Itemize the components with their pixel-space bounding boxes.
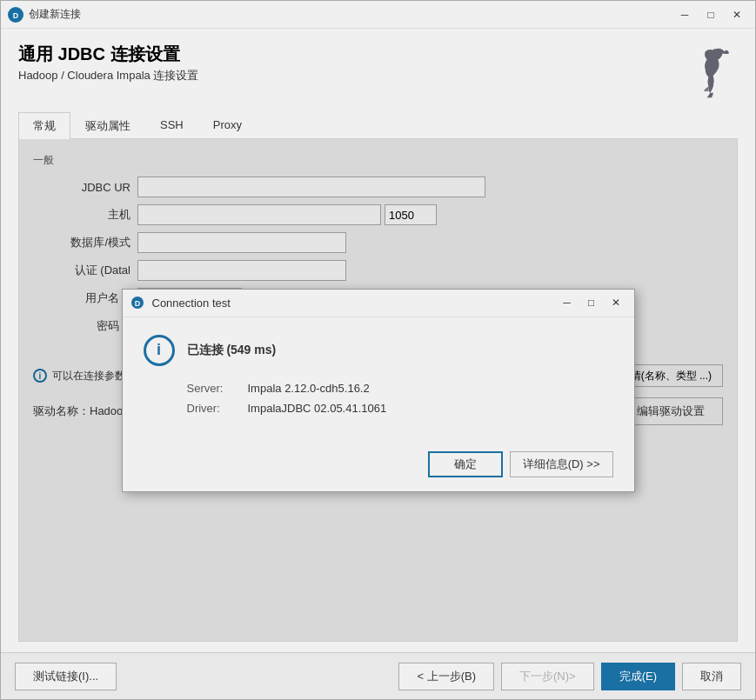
title-bar: D 创建新连接 ─ □ ✕: [1, 1, 755, 29]
status-icon: i: [144, 335, 175, 366]
dialog-content: i 已连接 (549 ms) Server: Impala 2.12.0-cdh…: [123, 317, 634, 439]
svg-text:D: D: [13, 11, 19, 20]
window-controls: ─ □ ✕: [673, 6, 748, 23]
driver-value: ImpalaJDBC 02.05.41.1061: [248, 402, 387, 415]
window-title: 创建新连接: [29, 7, 673, 22]
close-button[interactable]: ✕: [726, 6, 748, 23]
driver-info-row: Driver: ImpalaJDBC 02.05.41.1061: [144, 402, 613, 415]
tabs: 常规 驱动属性 SSH Proxy: [18, 112, 738, 139]
status-text: 已连接 (549 ms): [187, 343, 277, 358]
dbeaver-logo: [686, 43, 738, 103]
finish-button[interactable]: 完成(E): [601, 663, 675, 690]
content-area: 通用 JDBC 连接设置 Hadoop / Cloudera Impala 连接…: [1, 29, 755, 652]
main-title: 通用 JDBC 连接设置: [18, 43, 198, 66]
connection-test-dialog: D Connection test ─ □ ✕ i: [122, 289, 635, 492]
form-panel: 一般 JDBC UR 主机 数据库/模式 认证 (Datal: [18, 139, 738, 642]
server-value: Impala 2.12.0-cdh5.16.2: [248, 382, 370, 395]
dialog-maximize-button[interactable]: □: [580, 294, 603, 311]
next-button[interactable]: 下一步(N)>: [501, 663, 594, 690]
minimize-button[interactable]: ─: [673, 6, 696, 23]
test-connection-button[interactable]: 测试链接(I)...: [15, 663, 117, 690]
tab-general[interactable]: 常规: [18, 112, 70, 139]
dialog-close-button[interactable]: ✕: [605, 294, 627, 311]
back-button[interactable]: < 上一步(B): [398, 663, 494, 690]
dialog-minimize-button[interactable]: ─: [556, 294, 579, 311]
detail-button[interactable]: 详细信息(D) >>: [510, 451, 613, 477]
tab-ssh[interactable]: SSH: [145, 112, 198, 139]
main-window: D 创建新连接 ─ □ ✕ 通用 JDBC 连接设置 Hadoop / Clou…: [0, 0, 756, 700]
driver-label: Driver:: [187, 402, 248, 415]
header-left: 通用 JDBC 连接设置 Hadoop / Cloudera Impala 连接…: [18, 43, 198, 83]
svg-text:D: D: [134, 299, 140, 308]
server-label: Server:: [187, 382, 248, 395]
tab-driver-properties[interactable]: 驱动属性: [70, 112, 145, 139]
cancel-button[interactable]: 取消: [682, 663, 741, 690]
status-row: i 已连接 (549 ms): [144, 335, 613, 366]
ok-button[interactable]: 确定: [428, 451, 503, 477]
dialog-title: Connection test: [152, 297, 556, 310]
dialog-title-bar: D Connection test ─ □ ✕: [123, 290, 634, 317]
maximize-button[interactable]: □: [699, 6, 722, 23]
dialog-controls: ─ □ ✕: [556, 294, 627, 311]
modal-overlay: D Connection test ─ □ ✕ i: [19, 139, 737, 641]
sub-title: Hadoop / Cloudera Impala 连接设置: [18, 68, 198, 83]
dialog-app-icon: D: [130, 295, 145, 310]
app-icon: D: [8, 7, 23, 23]
bottom-bar: 测试链接(I)... < 上一步(B) 下一步(N)> 完成(E) 取消: [1, 652, 755, 699]
server-info-row: Server: Impala 2.12.0-cdh5.16.2: [144, 382, 613, 395]
dialog-buttons: 确定 详细信息(D) >>: [123, 439, 634, 491]
header: 通用 JDBC 连接设置 Hadoop / Cloudera Impala 连接…: [18, 43, 738, 103]
tab-proxy[interactable]: Proxy: [198, 112, 257, 139]
